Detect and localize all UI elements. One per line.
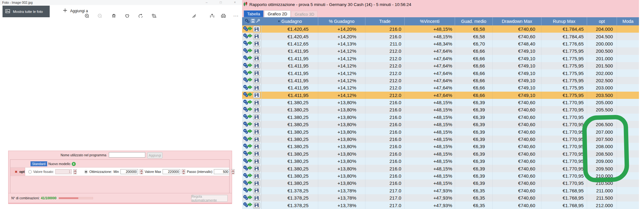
remove-parameter-icon[interactable]: ✖ bbox=[15, 170, 17, 174]
step-spinner[interactable] bbox=[231, 169, 235, 174]
save-row-icon[interactable] bbox=[253, 180, 260, 186]
save-row-icon[interactable] bbox=[253, 202, 260, 208]
save-row-icon[interactable] bbox=[253, 56, 260, 62]
apply-settings-icon[interactable] bbox=[243, 84, 253, 91]
table-row[interactable]: €1.380,25+13,80%216.0+48,15%€6,39€740,60… bbox=[242, 143, 639, 150]
apply-settings-icon[interactable] bbox=[243, 121, 253, 128]
column-header-guad-medio[interactable]: Guad. medio bbox=[455, 17, 493, 25]
save-row-icon[interactable] bbox=[253, 143, 260, 149]
table-row[interactable]: €1.411,95+14,12%212.0+47,64%€6,66€749,10… bbox=[242, 55, 639, 62]
save-report-icon[interactable] bbox=[251, 19, 255, 24]
step-value-input[interactable]: 500 bbox=[214, 169, 230, 174]
apply-settings-icon[interactable] bbox=[243, 128, 253, 135]
tab-tabella[interactable]: Tabella bbox=[244, 10, 264, 17]
apply-settings-icon[interactable] bbox=[243, 92, 253, 99]
table-row[interactable]: €1.378,25+13,78%217.0+47,93%€6,35€740,60… bbox=[242, 187, 639, 194]
save-row-icon[interactable] bbox=[253, 70, 260, 76]
apply-settings-icon[interactable] bbox=[243, 136, 253, 143]
column-header-drawdown-max[interactable]: Drawdown Max bbox=[493, 17, 541, 25]
save-row-icon[interactable] bbox=[253, 166, 260, 172]
column-header-runup-max[interactable]: Runup Max bbox=[541, 17, 587, 25]
table-row[interactable]: €1.380,25+13,80%216.0+48,15%€6,39€740,60… bbox=[242, 106, 639, 113]
apply-settings-icon[interactable] bbox=[243, 114, 253, 121]
apply-settings-icon[interactable] bbox=[243, 70, 253, 77]
apply-settings-icon[interactable] bbox=[243, 180, 253, 187]
table-row[interactable]: €1.378,25+13,78%217.0+47,93%€6,35€740,60… bbox=[242, 201, 639, 209]
apply-settings-icon[interactable] bbox=[243, 62, 253, 69]
table-row[interactable]: €1.380,25+13,80%216.0+48,15%€6,39€740,60… bbox=[242, 128, 639, 135]
min-value-input[interactable]: 200000 bbox=[120, 169, 138, 174]
max-spinner[interactable] bbox=[182, 169, 185, 174]
save-row-icon[interactable] bbox=[253, 34, 260, 40]
fixed-value-radio[interactable] bbox=[28, 170, 32, 174]
max-value-input[interactable]: 220000 bbox=[163, 169, 180, 174]
table-row[interactable]: €1.411,95+14,12%212.0+47,64%€6,66€749,10… bbox=[242, 69, 639, 77]
apply-settings-icon[interactable] bbox=[243, 195, 253, 201]
minimize-button[interactable]: – bbox=[202, 0, 211, 5]
save-row-icon[interactable] bbox=[253, 121, 260, 127]
table-row[interactable]: €1.380,25+13,80%216.0+48,15%€6,39€740,60… bbox=[242, 150, 639, 158]
save-row-icon[interactable] bbox=[253, 85, 260, 91]
apply-settings-icon[interactable] bbox=[243, 143, 253, 150]
save-row-icon[interactable] bbox=[253, 92, 260, 98]
table-row[interactable]: €1.411,95+14,12%212.0+47,64%€6,66€749,10… bbox=[242, 62, 639, 69]
table-row[interactable]: €1.380,25+13,80%216.0+48,15%€6,39€740,60… bbox=[242, 165, 639, 172]
tab-grafico-3d[interactable]: Grafico 3D bbox=[291, 11, 318, 17]
table-row[interactable]: €1.412,65+14,13%211.0+48,34%€6,70€748,40… bbox=[242, 40, 639, 47]
table-row[interactable]: €1.380,25+13,80%216.0+48,15%€6,39€740,60… bbox=[242, 172, 639, 180]
tab-new-model[interactable]: Nuovo modello bbox=[48, 162, 70, 166]
table-row[interactable]: €1.420,45+14,20%216.0+48,15%€6,58€740,60… bbox=[242, 33, 639, 40]
column-header-opt[interactable]: opt bbox=[587, 17, 617, 25]
table-row[interactable]: €1.380,25+13,80%216.0+48,15%€6,39€740,60… bbox=[242, 99, 639, 106]
apply-settings-icon[interactable] bbox=[243, 33, 253, 40]
apply-settings-icon[interactable] bbox=[243, 165, 253, 172]
table-row[interactable]: €1.411,95+14,12%212.0+47,64%€6,66€749,10… bbox=[242, 92, 639, 99]
auto-adjust-button[interactable]: Regola automaticamente bbox=[191, 195, 228, 202]
add-model-icon[interactable]: + bbox=[72, 162, 76, 166]
apply-settings-icon[interactable] bbox=[243, 48, 253, 55]
tab-grafico-2d[interactable]: Grafico 2D bbox=[264, 10, 291, 17]
apply-settings-icon[interactable] bbox=[243, 26, 253, 33]
table-row[interactable]: €1.380,25+13,80%216.0+48,15%€6,39€740,60… bbox=[242, 136, 639, 143]
apply-settings-icon[interactable] bbox=[243, 150, 253, 157]
table-row[interactable]: €1.378,25+13,78%217.0+47,93%€6,35€740,60… bbox=[242, 194, 639, 201]
table-row[interactable]: €1.411,95+14,12%212.0+47,64%€6,66€749,10… bbox=[242, 77, 639, 84]
apply-settings-icon[interactable] bbox=[243, 55, 253, 62]
table-row[interactable]: €1.411,95+14,12%212.0+47,64%€6,66€749,10… bbox=[242, 84, 639, 91]
table-row[interactable]: €1.420,45+14,20%216.0+48,15%€6,58€740,60… bbox=[242, 25, 639, 33]
column-header-moda[interactable]: Moda bbox=[617, 17, 639, 25]
apply-settings-icon[interactable] bbox=[243, 187, 253, 194]
apply-settings-icon[interactable] bbox=[243, 99, 253, 106]
column-header-trade[interactable]: Trade bbox=[365, 17, 405, 25]
apply-settings-icon[interactable] bbox=[243, 106, 253, 113]
save-row-icon[interactable] bbox=[253, 107, 260, 113]
save-row-icon[interactable] bbox=[253, 151, 260, 157]
fixed-value-spinner[interactable] bbox=[73, 169, 77, 174]
apply-settings-icon[interactable] bbox=[243, 77, 253, 84]
apply-settings-icon[interactable] bbox=[243, 158, 253, 165]
min-spinner[interactable] bbox=[140, 169, 143, 174]
column-header-pct-guadagno[interactable]: % Guadagno bbox=[318, 17, 365, 25]
save-row-icon[interactable] bbox=[253, 63, 260, 69]
column-header-vincenti[interactable]: %Vincenti bbox=[405, 17, 455, 25]
properties-wrench-icon[interactable] bbox=[256, 19, 260, 24]
apply-settings-icon[interactable] bbox=[243, 202, 253, 209]
table-row[interactable]: €1.411,95+14,12%212.0+47,64%€6,66€749,10… bbox=[242, 47, 639, 55]
optimization-radio[interactable] bbox=[84, 170, 88, 174]
apply-settings-icon[interactable] bbox=[243, 40, 253, 47]
table-row[interactable]: €1.380,25+13,80%216.0+48,15%€6,39€740,60… bbox=[242, 114, 639, 121]
table-row[interactable]: €1.380,25+13,80%216.0+48,15%€6,39€740,60… bbox=[242, 158, 639, 165]
save-row-icon[interactable] bbox=[253, 99, 260, 105]
maximize-button[interactable]: □ bbox=[216, 0, 225, 5]
show-all-photos-button[interactable]: Mostra tutte le foto bbox=[3, 6, 50, 17]
save-row-icon[interactable] bbox=[253, 41, 260, 47]
column-header-guadagno[interactable]: ▼ Guadagno bbox=[262, 17, 318, 25]
save-row-icon[interactable] bbox=[253, 114, 260, 120]
apply-settings-icon[interactable] bbox=[243, 173, 253, 180]
add-button[interactable]: Aggiungi bbox=[147, 152, 163, 158]
program-name-input[interactable] bbox=[109, 152, 145, 158]
save-row-icon[interactable] bbox=[253, 136, 260, 142]
table-row[interactable]: €1.380,25+13,80%216.0+48,15%€6,39€740,60… bbox=[242, 121, 639, 128]
add-to-button[interactable]: Aggiungi a bbox=[63, 8, 88, 13]
save-row-icon[interactable] bbox=[253, 158, 260, 164]
